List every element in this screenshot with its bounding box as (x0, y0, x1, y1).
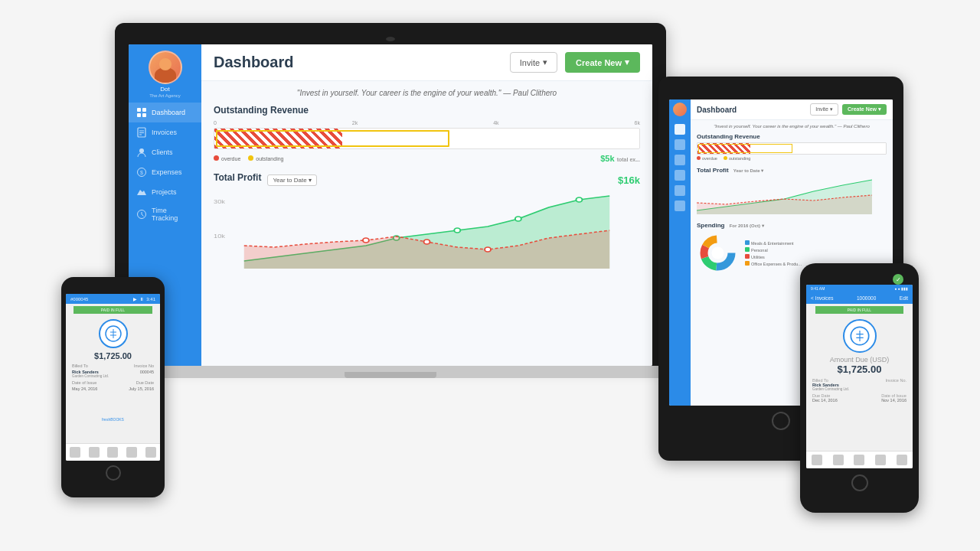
profit-chart-svg: 30k 10k (214, 192, 640, 269)
tablet-sidebar (669, 99, 691, 406)
phone-right-screen: 9:41 AM ● ● ▮▮▮ < Invoices 1000000 Edit … (806, 285, 913, 468)
sidebar-item-projects[interactable]: Projects (129, 182, 201, 202)
invoice-icon (136, 127, 147, 138)
phone-left-screen: #000045 ▶ ⏸ 3:41 PAID IN FULL (66, 294, 160, 461)
phone-left-amount: $1,725.00 (66, 351, 160, 360)
phone-right-home-button[interactable] (851, 474, 868, 491)
tablet-nav-time[interactable] (675, 201, 685, 211)
phone-left-info: Billed To Invoice No Rick Sanders Garden… (66, 360, 160, 396)
tablet-quote: "Invest in yourself. Your career is the … (697, 124, 887, 129)
tablet-nav-expenses[interactable] (675, 170, 685, 181)
invite-button[interactable]: Invite ▾ (510, 52, 557, 73)
profit-title: Total Profit (214, 172, 261, 183)
create-new-button[interactable]: Create New ▾ (565, 52, 640, 73)
tablet-page-title: Dashboard (697, 106, 737, 114)
sidebar-item-label: Expenses (152, 168, 182, 176)
svg-rect-0 (137, 108, 141, 112)
legend: overdue outstanding (214, 155, 284, 161)
scene: Dot The Art Agency Dashboard Invoices (0, 0, 980, 551)
phone-right-frame: 9:41 AM ● ● ▮▮▮ < Invoices 1000000 Edit … (800, 263, 919, 513)
outstanding-revenue-title: Outstanding Revenue (214, 105, 640, 116)
tablet-create-button[interactable]: Create New ▾ (842, 104, 887, 115)
date-of-issue-label: Date of Issue (72, 380, 96, 385)
top-bar-actions: Invite ▾ Create New ▾ (510, 52, 640, 73)
laptop: Dot The Art Agency Dashboard Invoices (115, 23, 666, 378)
tablet-nav-projects[interactable] (675, 185, 685, 196)
phone-left-home-button[interactable] (106, 465, 121, 481)
projects-icon (136, 187, 147, 197)
progress-scale: 0 2k 4k 6k (214, 120, 640, 126)
sidebar-item-label: Time Tracking (152, 207, 194, 222)
tablet-profit: Total Profit Year to Date ▾ (697, 167, 887, 216)
amount-label: Amount Due (USD) (806, 356, 913, 364)
footer-home-icon-r[interactable] (812, 455, 822, 465)
tablet-legend: overdue outstanding (697, 156, 887, 161)
sidebar-item-invoices[interactable]: Invoices (129, 122, 201, 142)
footer-invoice-icon-r[interactable] (833, 455, 844, 465)
period-selector[interactable]: Year to Date ▾ (267, 174, 316, 186)
chevron-down-icon: ▾ (543, 57, 547, 67)
sidebar-item-clients[interactable]: Clients (129, 142, 201, 162)
due-date-label: Due Date (136, 380, 154, 385)
footer-client-icon-r[interactable] (854, 455, 864, 465)
phone-right-logo-icon (849, 325, 871, 347)
edit-button[interactable]: Edit (900, 295, 908, 301)
top-bar: Dashboard Invite ▾ Create New ▾ (201, 44, 652, 81)
phone-right-footer (806, 451, 913, 468)
profit-amount: $16k (618, 174, 640, 186)
tablet-nav-clients[interactable] (675, 155, 685, 165)
tablet-outstanding-title: Outstanding Revenue (697, 133, 887, 140)
expenses-icon: $ (136, 167, 147, 178)
invoice-no-label-r: Invoice No. (885, 378, 906, 383)
due-date-r: Dec 14, 2016 (812, 398, 838, 403)
tablet-spending-title: Spending For 2016 (Oct) ▾ (697, 222, 887, 229)
tablet-progress (697, 142, 887, 155)
sidebar-user-name: Dot (160, 86, 169, 93)
footer-client-icon[interactable] (107, 447, 118, 458)
tablet-nav-invoices[interactable] (675, 139, 685, 150)
sidebar-item-expenses[interactable]: $ Expenses (129, 162, 201, 182)
phone-left-frame: #000045 ▶ ⏸ 3:41 PAID IN FULL (61, 277, 165, 497)
tablet-invite-button[interactable]: Invite ▾ (810, 103, 838, 116)
footer-expense-icon-r[interactable] (875, 455, 886, 465)
svg-point-22 (485, 247, 491, 252)
laptop-screen-outer: Dot The Art Agency Dashboard Invoices (115, 23, 666, 366)
footer-expense-icon[interactable] (126, 447, 137, 458)
svg-point-21 (424, 240, 430, 244)
tablet-avatar (673, 103, 687, 116)
sidebar-item-label: Dashboard (152, 109, 185, 116)
tablet-nav-dashboard[interactable] (675, 124, 685, 135)
phone-left-logo (99, 319, 128, 348)
laptop-screen: Dot The Art Agency Dashboard Invoices (129, 44, 652, 366)
tablet-actions: Invite ▾ Create New ▾ (810, 103, 887, 116)
dashboard-body: "Invest in yourself. Your career is the … (201, 81, 652, 366)
tablet-profit-title: Total Profit Year to Date ▾ (697, 167, 887, 174)
billed-to-company: Garden Contracting Ltd. (72, 374, 109, 378)
svg-rect-1 (142, 108, 146, 112)
back-button[interactable]: < Invoices (811, 295, 833, 301)
freshbooks-brand: freshBOOKS (66, 416, 160, 423)
footer-invoice-icon[interactable] (89, 447, 100, 458)
laptop-base (115, 366, 666, 378)
footer-settings-icon-r[interactable] (897, 455, 907, 465)
svg-point-20 (363, 238, 369, 243)
date-issue-r: Nov 14, 2016 (881, 398, 906, 403)
footer-settings-icon[interactable] (145, 447, 156, 458)
sidebar-nav: Dashboard Invoices Clients $ (129, 103, 201, 227)
footer-home-icon[interactable] (70, 447, 80, 458)
svg-line-13 (142, 214, 144, 217)
svg-point-8 (139, 148, 144, 153)
clients-icon (136, 147, 147, 158)
tablet-topbar: Dashboard Invite ▾ Create New ▾ (691, 99, 893, 120)
page-title: Dashboard (214, 54, 293, 71)
billed-to-company-r: Garden Contracting Ltd. (812, 387, 849, 391)
svg-point-18 (515, 217, 521, 221)
svg-rect-2 (137, 113, 141, 117)
sidebar-item-time-tracking[interactable]: Time Tracking (129, 202, 201, 227)
billed-to-label: Billed To (72, 364, 88, 368)
outstanding-section: Outstanding Revenue 0 2k 4k 6k (214, 105, 640, 163)
sidebar-item-dashboard[interactable]: Dashboard (129, 103, 201, 122)
laptop-camera (386, 37, 395, 41)
tablet-home-button[interactable] (772, 412, 790, 430)
profit-section: Total Profit Year to Date ▾ $16k (214, 172, 640, 269)
